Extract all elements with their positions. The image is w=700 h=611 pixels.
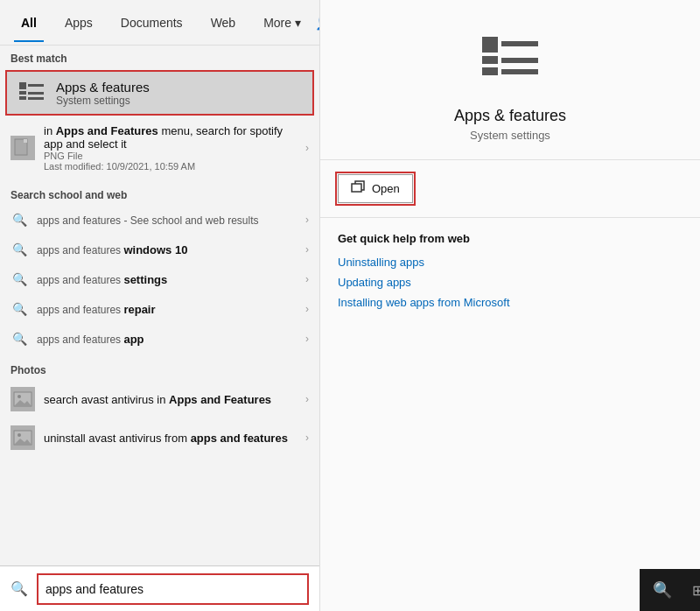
quick-help-section: Get quick help from web Uninstalling app… <box>320 218 700 330</box>
right-panel: Apps & features System settings Open Get… <box>319 0 700 611</box>
file-modified: Last modified: 10/9/2021, 10:59 AM <box>44 161 297 172</box>
svg-rect-15 <box>482 37 498 53</box>
chevron-down-icon: ▾ <box>295 16 301 30</box>
chevron-right-icon-4: › <box>305 303 309 315</box>
taskbar-search-icon[interactable]: 🔍 <box>647 574 678 606</box>
search-icon-3: 🔍 <box>10 270 28 288</box>
svg-point-13 <box>18 433 21 437</box>
search-icon-4: 🔍 <box>10 300 28 318</box>
web-item-5[interactable]: 🔍 apps and features app › <box>0 324 319 354</box>
file-type: PNG File <box>44 151 297 161</box>
best-match-subtitle: System settings <box>56 95 150 107</box>
file-title: in Apps and Features menu, search for sp… <box>44 124 297 151</box>
web-text-5: apps and features app <box>37 333 297 346</box>
svg-rect-20 <box>501 69 538 74</box>
svg-rect-3 <box>28 84 44 87</box>
svg-rect-16 <box>482 56 498 64</box>
photos-label: Photos <box>0 357 319 380</box>
right-panel-icon <box>475 26 545 96</box>
svg-rect-21 <box>352 184 361 192</box>
chevron-right-icon-p2: › <box>305 432 309 444</box>
svg-rect-4 <box>28 92 44 95</box>
photos-icon-1 <box>10 387 35 411</box>
svg-rect-19 <box>501 58 538 63</box>
results-list: Best match Apps & features System settin… <box>0 46 319 565</box>
svg-rect-18 <box>501 41 538 46</box>
file-text: in Apps and Features menu, search for sp… <box>44 124 297 172</box>
best-match-item[interactable]: Apps & features System settings <box>5 70 314 116</box>
right-panel-subtitle: System settings <box>470 129 550 142</box>
photos-icon-2 <box>10 425 35 450</box>
web-item-3[interactable]: 🔍 apps and features settings › <box>0 264 319 294</box>
svg-rect-2 <box>19 96 26 100</box>
school-web-label: Search school and web <box>0 182 319 205</box>
search-input[interactable] <box>46 582 300 596</box>
chevron-right-icon-1: › <box>305 214 309 226</box>
open-button-area: Open <box>320 160 700 218</box>
open-button[interactable]: Open <box>338 174 413 203</box>
tab-documents[interactable]: Documents <box>107 4 197 42</box>
svg-rect-8 <box>24 139 27 143</box>
best-match-text: Apps & features System settings <box>56 80 150 107</box>
taskbar: 🔍 ⊞ 📁 ✉️ 🌐 🛍️ 🎨 🌍 <box>640 569 700 611</box>
best-match-title: Apps & features <box>56 80 150 95</box>
open-icon <box>351 180 365 197</box>
open-button-label: Open <box>372 182 400 195</box>
chevron-right-icon-2: › <box>305 243 309 256</box>
web-text-4: apps and features repair <box>37 303 297 316</box>
chevron-right-icon-p1: › <box>305 393 309 405</box>
taskbar-taskview-icon[interactable]: ⊞ <box>682 574 700 606</box>
search-bar: 🔍 <box>0 565 319 611</box>
help-link-2[interactable]: Updating apps <box>338 276 682 289</box>
photos-title-1: search avast antivirus in Apps and Featu… <box>44 393 297 406</box>
help-link-1[interactable]: Uninstalling apps <box>338 256 682 269</box>
svg-rect-17 <box>482 67 498 75</box>
photos-item-2[interactable]: uninstall avast antivirus from apps and … <box>0 418 319 457</box>
search-panel: All Apps Documents Web More ▾ 👤 ··· Best… <box>0 0 319 611</box>
apps-features-icon <box>18 79 46 107</box>
svg-rect-0 <box>19 82 26 89</box>
photos-text-1: search avast antivirus in Apps and Featu… <box>44 393 297 406</box>
photos-text-2: uninstall avast antivirus from apps and … <box>44 432 297 445</box>
search-input-wrapper <box>37 573 309 605</box>
search-icon-1: 🔍 <box>10 211 28 228</box>
search-icon-5: 🔍 <box>10 330 28 348</box>
web-item-4[interactable]: 🔍 apps and features repair › <box>0 294 319 324</box>
photos-title-2: uninstall avast antivirus from apps and … <box>44 432 297 445</box>
photos-item-1[interactable]: search avast antivirus in Apps and Featu… <box>0 380 319 418</box>
tab-all[interactable]: All <box>7 4 51 42</box>
right-header: Apps & features System settings <box>320 0 700 160</box>
svg-rect-5 <box>28 97 44 100</box>
web-text-3: apps and features settings <box>37 273 297 286</box>
search-bar-icon: 🔍 <box>10 580 28 597</box>
file-result-item[interactable]: in Apps and Features menu, search for sp… <box>0 117 319 179</box>
tab-more[interactable]: More ▾ <box>249 4 315 42</box>
svg-rect-1 <box>19 91 26 95</box>
web-text-1: apps and features - See school and web r… <box>37 214 297 227</box>
best-match-label: Best match <box>0 46 319 68</box>
tab-apps[interactable]: Apps <box>51 4 107 42</box>
file-icon <box>10 136 35 160</box>
svg-point-10 <box>18 395 21 398</box>
web-text-2: apps and features windows 10 <box>37 243 297 256</box>
tabs-bar: All Apps Documents Web More ▾ 👤 ··· <box>0 0 319 46</box>
tab-web[interactable]: Web <box>197 4 250 42</box>
chevron-right-icon-3: › <box>305 273 309 285</box>
web-item-1[interactable]: 🔍 apps and features - See school and web… <box>0 205 319 235</box>
quick-help-title: Get quick help from web <box>338 232 682 245</box>
help-link-3[interactable]: Installing web apps from Microsoft <box>338 296 682 309</box>
chevron-right-icon: › <box>305 142 309 154</box>
chevron-right-icon-5: › <box>305 333 309 345</box>
web-item-2[interactable]: 🔍 apps and features windows 10 › <box>0 235 319 264</box>
search-icon-2: 🔍 <box>10 241 28 258</box>
right-panel-title: Apps & features <box>454 107 566 125</box>
